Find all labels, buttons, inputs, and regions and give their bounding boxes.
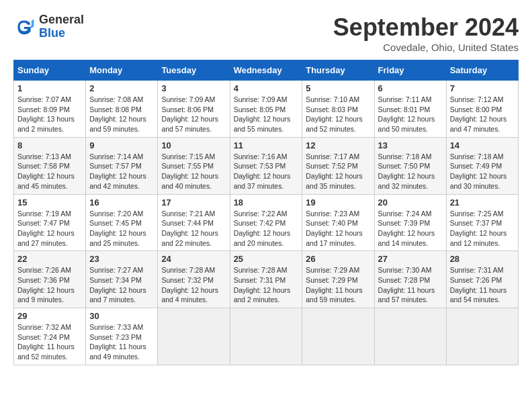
- week-row: 29Sunrise: 7:32 AM Sunset: 7:24 PM Dayli…: [14, 308, 519, 365]
- calendar-table: SundayMondayTuesdayWednesdayThursdayFrid…: [13, 60, 519, 365]
- day-info: Sunrise: 7:26 AM Sunset: 7:36 PM Dayligh…: [17, 265, 82, 305]
- day-number: 1: [17, 83, 82, 93]
- day-number: 20: [378, 197, 443, 208]
- day-cell: 12Sunrise: 7:17 AM Sunset: 7:52 PM Dayli…: [302, 137, 374, 194]
- day-info: Sunrise: 7:28 AM Sunset: 7:32 PM Dayligh…: [161, 265, 226, 305]
- day-number: 11: [234, 140, 299, 150]
- day-cell: 9Sunrise: 7:14 AM Sunset: 7:57 PM Daylig…: [86, 137, 158, 194]
- day-number: 8: [17, 140, 82, 150]
- day-number: 21: [450, 197, 515, 208]
- day-cell: 29Sunrise: 7:32 AM Sunset: 7:24 PM Dayli…: [14, 308, 86, 365]
- logo-icon: [13, 16, 35, 38]
- day-cell: 19Sunrise: 7:23 AM Sunset: 7:40 PM Dayli…: [302, 194, 374, 251]
- day-info: Sunrise: 7:31 AM Sunset: 7:26 PM Dayligh…: [450, 265, 515, 305]
- day-info: Sunrise: 7:09 AM Sunset: 8:05 PM Dayligh…: [234, 95, 299, 134]
- day-info: Sunrise: 7:07 AM Sunset: 8:09 PM Dayligh…: [17, 95, 82, 134]
- day-cell: 6Sunrise: 7:11 AM Sunset: 8:01 PM Daylig…: [374, 81, 446, 138]
- day-number: 24: [161, 254, 226, 264]
- day-number: 13: [378, 140, 443, 150]
- day-info: Sunrise: 7:15 AM Sunset: 7:55 PM Dayligh…: [161, 152, 226, 191]
- day-cell: 1Sunrise: 7:07 AM Sunset: 8:09 PM Daylig…: [14, 81, 86, 138]
- day-cell: 16Sunrise: 7:20 AM Sunset: 7:45 PM Dayli…: [86, 194, 158, 251]
- day-cell: 2Sunrise: 7:08 AM Sunset: 8:08 PM Daylig…: [86, 81, 158, 138]
- day-cell: 7Sunrise: 7:12 AM Sunset: 8:00 PM Daylig…: [446, 81, 518, 138]
- day-cell: [446, 308, 518, 365]
- day-number: 7: [450, 83, 515, 93]
- title-block: September 2024 Covedale, Ohio, United St…: [333, 13, 519, 53]
- day-cell: 30Sunrise: 7:33 AM Sunset: 7:23 PM Dayli…: [86, 308, 158, 365]
- day-cell: [374, 308, 446, 365]
- col-header-monday: Monday: [86, 60, 158, 81]
- day-info: Sunrise: 7:21 AM Sunset: 7:44 PM Dayligh…: [161, 209, 226, 248]
- week-row: 15Sunrise: 7:19 AM Sunset: 7:47 PM Dayli…: [14, 194, 519, 251]
- day-number: 27: [378, 254, 443, 264]
- day-cell: 26Sunrise: 7:29 AM Sunset: 7:29 PM Dayli…: [302, 251, 374, 308]
- day-cell: 15Sunrise: 7:19 AM Sunset: 7:47 PM Dayli…: [14, 194, 86, 251]
- day-number: 12: [306, 140, 370, 150]
- day-number: 15: [17, 197, 82, 208]
- day-cell: 22Sunrise: 7:26 AM Sunset: 7:36 PM Dayli…: [14, 251, 86, 308]
- day-cell: 23Sunrise: 7:27 AM Sunset: 7:34 PM Dayli…: [86, 251, 158, 308]
- day-info: Sunrise: 7:09 AM Sunset: 8:06 PM Dayligh…: [161, 95, 226, 134]
- day-info: Sunrise: 7:17 AM Sunset: 7:52 PM Dayligh…: [306, 152, 370, 191]
- page-header: General Blue September 2024 Covedale, Oh…: [13, 13, 519, 53]
- day-number: 5: [306, 83, 370, 93]
- logo-text: General Blue: [39, 13, 84, 40]
- day-cell: 20Sunrise: 7:24 AM Sunset: 7:39 PM Dayli…: [374, 194, 446, 251]
- day-number: 26: [306, 254, 370, 264]
- day-cell: 8Sunrise: 7:13 AM Sunset: 7:58 PM Daylig…: [14, 137, 86, 194]
- day-number: 6: [378, 83, 443, 93]
- day-number: 30: [89, 311, 154, 321]
- day-number: 17: [161, 197, 226, 208]
- day-info: Sunrise: 7:11 AM Sunset: 8:01 PM Dayligh…: [378, 95, 443, 134]
- location: Covedale, Ohio, United States: [333, 42, 519, 53]
- day-info: Sunrise: 7:23 AM Sunset: 7:40 PM Dayligh…: [306, 209, 370, 248]
- day-cell: [302, 308, 374, 365]
- day-cell: 24Sunrise: 7:28 AM Sunset: 7:32 PM Dayli…: [158, 251, 230, 308]
- day-number: 25: [234, 254, 299, 264]
- day-number: 2: [89, 83, 154, 93]
- day-cell: 4Sunrise: 7:09 AM Sunset: 8:05 PM Daylig…: [230, 81, 302, 138]
- day-info: Sunrise: 7:16 AM Sunset: 7:53 PM Dayligh…: [234, 152, 299, 191]
- day-cell: 14Sunrise: 7:18 AM Sunset: 7:49 PM Dayli…: [446, 137, 518, 194]
- day-number: 22: [17, 254, 82, 264]
- day-info: Sunrise: 7:08 AM Sunset: 8:08 PM Dayligh…: [89, 95, 154, 134]
- logo: General Blue: [13, 13, 84, 40]
- day-info: Sunrise: 7:25 AM Sunset: 7:37 PM Dayligh…: [450, 209, 515, 248]
- day-number: 9: [89, 140, 154, 150]
- day-cell: [158, 308, 230, 365]
- day-cell: 17Sunrise: 7:21 AM Sunset: 7:44 PM Dayli…: [158, 194, 230, 251]
- week-row: 8Sunrise: 7:13 AM Sunset: 7:58 PM Daylig…: [14, 137, 519, 194]
- day-number: 4: [234, 83, 299, 93]
- col-header-sunday: Sunday: [14, 60, 86, 81]
- header-row: SundayMondayTuesdayWednesdayThursdayFrid…: [14, 60, 519, 81]
- month-title: September 2024: [333, 13, 519, 42]
- day-number: 28: [450, 254, 515, 264]
- day-number: 10: [161, 140, 226, 150]
- day-info: Sunrise: 7:20 AM Sunset: 7:45 PM Dayligh…: [89, 209, 154, 248]
- day-info: Sunrise: 7:29 AM Sunset: 7:29 PM Dayligh…: [306, 265, 370, 305]
- day-cell: 3Sunrise: 7:09 AM Sunset: 8:06 PM Daylig…: [158, 81, 230, 138]
- day-info: Sunrise: 7:33 AM Sunset: 7:23 PM Dayligh…: [89, 322, 154, 362]
- day-number: 19: [306, 197, 370, 208]
- day-info: Sunrise: 7:18 AM Sunset: 7:49 PM Dayligh…: [450, 152, 515, 191]
- week-row: 1Sunrise: 7:07 AM Sunset: 8:09 PM Daylig…: [14, 81, 519, 138]
- day-info: Sunrise: 7:27 AM Sunset: 7:34 PM Dayligh…: [89, 265, 154, 305]
- day-info: Sunrise: 7:12 AM Sunset: 8:00 PM Dayligh…: [450, 95, 515, 134]
- day-cell: 27Sunrise: 7:30 AM Sunset: 7:28 PM Dayli…: [374, 251, 446, 308]
- day-cell: 25Sunrise: 7:28 AM Sunset: 7:31 PM Dayli…: [230, 251, 302, 308]
- day-number: 18: [234, 197, 299, 208]
- day-number: 29: [17, 311, 82, 321]
- day-info: Sunrise: 7:19 AM Sunset: 7:47 PM Dayligh…: [17, 209, 82, 248]
- col-header-saturday: Saturday: [446, 60, 518, 81]
- day-info: Sunrise: 7:32 AM Sunset: 7:24 PM Dayligh…: [17, 322, 82, 362]
- col-header-thursday: Thursday: [302, 60, 374, 81]
- day-info: Sunrise: 7:28 AM Sunset: 7:31 PM Dayligh…: [234, 265, 299, 305]
- day-cell: [230, 308, 302, 365]
- day-cell: 13Sunrise: 7:18 AM Sunset: 7:50 PM Dayli…: [374, 137, 446, 194]
- day-cell: 10Sunrise: 7:15 AM Sunset: 7:55 PM Dayli…: [158, 137, 230, 194]
- day-cell: 21Sunrise: 7:25 AM Sunset: 7:37 PM Dayli…: [446, 194, 518, 251]
- day-number: 23: [89, 254, 154, 264]
- day-info: Sunrise: 7:24 AM Sunset: 7:39 PM Dayligh…: [378, 209, 443, 248]
- day-number: 14: [450, 140, 515, 150]
